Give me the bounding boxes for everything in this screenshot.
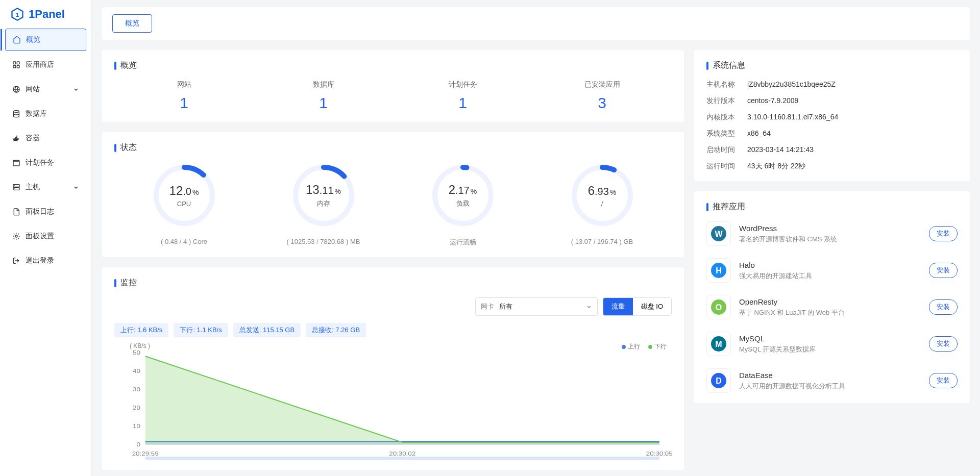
sidebar-item-label: 数据库 — [26, 109, 47, 118]
status-title: 状态 — [114, 142, 672, 153]
svg-text:H: H — [716, 266, 722, 275]
sidebar-item-appstore[interactable]: 应用商店 — [5, 54, 86, 76]
recommended-card: 推荐应用 WWordPress著名的开源博客软件和 CMS 系统安装HHalo强… — [694, 191, 970, 403]
legend-up: 上行 — [622, 342, 640, 351]
install-button[interactable]: 安装 — [929, 263, 958, 278]
overview-title: 概览 — [114, 60, 672, 71]
home-icon — [13, 36, 21, 44]
install-button[interactable]: 安装 — [929, 336, 958, 352]
logo-icon: 1 — [10, 7, 24, 21]
svg-text:20:30:02: 20:30:02 — [389, 450, 415, 457]
stat-value: 1 — [393, 94, 532, 112]
monitor-tag: 下行: 1.1 KB/s — [174, 323, 228, 337]
sysinfo-row: 运行时间43天 6时 8分 22秒 — [706, 162, 958, 171]
sidebar-item-log[interactable]: 面板日志 — [5, 201, 86, 222]
app-icon: D — [706, 368, 731, 393]
disk-io-button[interactable]: 磁盘 IO — [633, 298, 671, 315]
server-icon — [12, 183, 20, 191]
apps-icon — [12, 61, 20, 69]
sidebar-item-overview[interactable]: 概览 — [5, 29, 86, 51]
tab-overview[interactable]: 概览 — [112, 14, 152, 33]
gauge-负载: 2.17%负载运行流畅 — [393, 162, 532, 247]
svg-rect-7 — [13, 160, 19, 166]
svg-rect-3 — [13, 65, 16, 68]
app-item-dataease: DDataEase人人可用的开源数据可视化分析工具安装 — [706, 368, 958, 393]
app-desc: 基于 NGINX 和 LuaJIT 的 Web 平台 — [739, 308, 921, 317]
app-name: Halo — [739, 261, 921, 269]
sidebar-item-setting[interactable]: 面板设置 — [5, 226, 86, 247]
app-name: OpenResty — [739, 297, 921, 306]
svg-rect-9 — [13, 188, 19, 190]
sidebar-item-database[interactable]: 数据库 — [5, 103, 86, 124]
sidebar-item-label: 容器 — [26, 134, 40, 143]
app-item-wordpress: WWordPress著名的开源博客软件和 CMS 系统安装 — [706, 221, 958, 246]
logout-icon — [12, 257, 20, 265]
chevron-down-icon — [586, 304, 592, 310]
install-button[interactable]: 安装 — [929, 226, 958, 241]
svg-text:30: 30 — [133, 386, 140, 393]
sidebar-item-label: 概览 — [26, 35, 40, 44]
svg-text:50: 50 — [133, 349, 140, 356]
status-card: 状态 12.0%CPU( 0.48 / 4 ) Core13.11%内存( 10… — [102, 132, 684, 257]
traffic-button[interactable]: 流量 — [603, 298, 633, 315]
svg-text:20:29:59: 20:29:59 — [132, 450, 159, 457]
app-desc: MySQL 开源关系型数据库 — [739, 345, 921, 354]
sidebar-item-website[interactable]: 网站 — [5, 79, 86, 100]
stat-value: 1 — [114, 94, 254, 112]
stat-value: 1 — [254, 94, 393, 112]
gauge-内存: 13.11%内存( 1025.53 / 7820.68 ) MB — [254, 162, 393, 247]
stat-label: 计划任务 — [393, 80, 532, 89]
monitor-tag: 总发送: 115.15 GB — [233, 323, 301, 337]
svg-text:D: D — [716, 377, 722, 385]
sysinfo-row: 发行版本centos-7.9.2009 — [706, 96, 958, 106]
svg-rect-8 — [13, 185, 19, 187]
stat-label: 数据库 — [254, 80, 393, 89]
sidebar-item-label: 主机 — [26, 183, 40, 192]
gauge-/: 6.93%/( 13.07 / 196.74 ) GB — [532, 162, 672, 247]
install-button[interactable]: 安装 — [929, 373, 958, 388]
app-desc: 人人可用的开源数据可视化分析工具 — [739, 382, 921, 391]
sidebar-item-label: 计划任务 — [26, 158, 54, 167]
network-select[interactable]: 网卡 所有 — [475, 297, 598, 316]
app-name: WordPress — [739, 224, 921, 233]
stat-item[interactable]: 已安装应用3 — [532, 80, 672, 112]
sysinfo-row: 系统类型x86_64 — [706, 129, 958, 138]
sidebar-item-label: 退出登录 — [26, 256, 54, 265]
monitor-tag: 总接收: 7.26 GB — [306, 323, 366, 337]
sidebar-item-logout[interactable]: 退出登录 — [5, 250, 86, 271]
svg-text:W: W — [715, 230, 723, 238]
sysinfo-value: centos-7.9.2009 — [747, 96, 798, 106]
sysinfo-card: 系统信息 主机名称iZ8vbbyz2u3851c1bqee25Z发行版本cent… — [694, 50, 970, 181]
svg-rect-1 — [13, 62, 16, 64]
stat-item[interactable]: 计划任务1 — [393, 80, 532, 112]
svg-text:O: O — [716, 303, 722, 312]
sidebar-item-container[interactable]: 容器 — [5, 128, 86, 149]
overview-card: 概览 网站1数据库1计划任务1已安装应用3 — [102, 50, 684, 122]
svg-text:M: M — [715, 340, 722, 348]
svg-text:40: 40 — [133, 368, 140, 374]
sidebar-item-cron[interactable]: 计划任务 — [5, 152, 86, 173]
sidebar: 1 1Panel 概览应用商店网站数据库容器计划任务主机面板日志面板设置退出登录 — [0, 0, 92, 476]
recommended-title: 推荐应用 — [706, 202, 958, 212]
svg-point-6 — [14, 110, 19, 112]
install-button[interactable]: 安装 — [929, 299, 958, 315]
sidebar-item-label: 面板日志 — [26, 207, 54, 216]
app-item-mysql: MMySQLMySQL 开源关系型数据库安装 — [706, 332, 958, 356]
stat-item[interactable]: 网站1 — [114, 80, 254, 112]
sidebar-item-host[interactable]: 主机 — [5, 177, 86, 198]
chevron-down-icon — [73, 86, 79, 92]
svg-text:10: 10 — [133, 423, 140, 430]
sidebar-item-label: 应用商店 — [26, 60, 54, 69]
stat-item[interactable]: 数据库1 — [254, 80, 393, 112]
topbar: 概览 — [102, 7, 970, 40]
logo[interactable]: 1 1Panel — [0, 0, 91, 29]
monitor-title: 监控 — [114, 278, 672, 288]
app-name: DataEase — [739, 371, 921, 380]
docker-icon — [12, 134, 20, 142]
svg-rect-2 — [17, 62, 19, 64]
svg-text:0: 0 — [137, 441, 141, 448]
gauge-CPU: 12.0%CPU( 0.48 / 4 ) Core — [114, 162, 254, 247]
chart-y-unit: ( KB/s ) — [130, 342, 150, 349]
sysinfo-value: 2023-03-14 14:21:43 — [747, 145, 814, 155]
sysinfo-row: 主机名称iZ8vbbyz2u3851c1bqee25Z — [706, 80, 958, 89]
